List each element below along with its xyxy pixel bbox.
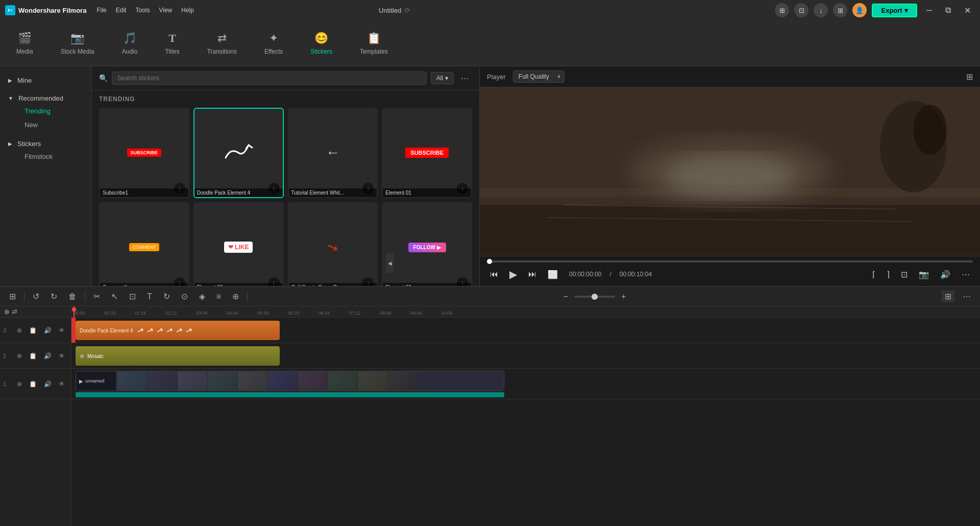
sticker-element20[interactable]: FOLLOW ▶ ↓ Element 20 Follow Element 20 [382, 202, 472, 286]
ruler-mark-11: 09:04 [410, 310, 422, 316]
sidebar-item-new[interactable]: New [8, 118, 83, 132]
track2-clip[interactable]: ⊕ Mosaic [76, 346, 280, 366]
add-track-button[interactable]: ⊕ [4, 308, 10, 316]
sticker-element02[interactable]: ❤ LIKE ↓ Element 02 [193, 202, 284, 286]
filter-button[interactable]: All ▾ [431, 72, 454, 84]
tab-audio[interactable]: 🎵 Audio [116, 29, 144, 58]
stop-button[interactable]: ⬜ [545, 268, 561, 281]
timeline-add-button[interactable]: ⊞ [6, 291, 19, 302]
tab-media[interactable]: 🎬 Media [10, 29, 39, 58]
timeline-redo-button[interactable]: ↻ [47, 291, 60, 302]
tab-stock-media[interactable]: 📷 Stock Media [55, 29, 101, 58]
account-icon[interactable]: 👤 [852, 3, 867, 17]
track1-visibility-button[interactable]: 👁 [57, 380, 66, 388]
tab-templates[interactable]: 📋 Templates [354, 29, 394, 58]
timeline-rotate-button[interactable]: ↻ [160, 291, 173, 302]
track2-copy-button[interactable]: 📋 [28, 352, 38, 360]
sidebar-stickers-header[interactable]: ▶ Stickers [8, 138, 83, 150]
layout-icon[interactable]: ⊞ [775, 3, 789, 17]
menu-edit[interactable]: Edit [116, 7, 127, 14]
snapshot-button[interactable]: 📷 [916, 268, 932, 281]
sticker-golf[interactable]: ➘ ↓ Golf Sports Game Pac... [288, 202, 378, 286]
tab-stock-label: Stock Media [61, 48, 94, 55]
mark-out-button[interactable]: ⌉ [884, 268, 893, 281]
timeline-audio-button[interactable]: ≡ [213, 291, 224, 302]
track1-clip[interactable]: ▶ unnamed [76, 371, 504, 391]
zoom-in-button[interactable]: + [618, 291, 629, 302]
mark-in-button[interactable]: ⌈ [869, 268, 878, 281]
download-icon[interactable]: ↓ [814, 3, 828, 17]
project-name: Untitled ⟳ [379, 6, 410, 14]
track2-add-button[interactable]: ⊕ [15, 352, 23, 360]
timeline-crop-button[interactable]: ⊡ [126, 291, 139, 302]
menu-tools[interactable]: Tools [135, 7, 150, 14]
track2-visibility-button[interactable]: 👁 [57, 352, 66, 360]
zoom-out-button[interactable]: − [560, 291, 571, 302]
expand-preview-button[interactable]: ⊞ [966, 72, 973, 82]
sticker-doodle4[interactable]: ↓ Doodle Pack Element 4 [193, 108, 284, 198]
track3-add-button[interactable]: ⊕ [15, 326, 23, 334]
tab-transitions[interactable]: ⇄ Transitions [201, 29, 243, 58]
tab-stickers[interactable]: 😊 Stickers [304, 29, 338, 58]
collapse-panel-button[interactable]: ◀ [386, 253, 394, 273]
track3-volume-button[interactable]: 🔊 [42, 326, 53, 334]
track1-add-button[interactable]: ⊕ [15, 380, 23, 388]
track-more-button[interactable]: ⋯ [960, 291, 974, 302]
element02-name: Element 02 [194, 283, 283, 286]
timeline-body: ⊕ ⇄ 3 ⊕ 📋 🔊 👁 2 ⊕ 📋 🔊 👁 1 ⊕ 📋 🔊 👁 [0, 306, 980, 526]
sticker-tutorial-white[interactable]: ← ↓ Tutorial Element Whit... [288, 108, 378, 198]
timeline-delete-button[interactable]: 🗑 [65, 291, 80, 302]
tab-effects[interactable]: ✦ Effects [258, 29, 289, 58]
tab-titles[interactable]: T Titles [159, 29, 185, 58]
quality-select[interactable]: Full Quality [513, 70, 565, 83]
track3-controls: 3 ⊕ 📋 🔊 👁 [0, 318, 71, 343]
sticker-comment1[interactable]: COMMENT ↓ Comment1 [99, 202, 189, 286]
sidebar-section-mine: ▶ Mine [0, 71, 91, 89]
track3-clip[interactable]: Doodle Pack Element 4 ↙ ↙ ↙ ↙ ↙ ↙ [76, 321, 280, 340]
timeline-speed-button[interactable]: ⊙ [178, 291, 191, 302]
minimize-button[interactable]: ─ [922, 5, 936, 16]
maximize-button[interactable]: ⧉ [941, 5, 955, 16]
play-button[interactable]: ▶ [506, 267, 520, 282]
fit-button[interactable]: ⊡ [898, 268, 911, 281]
menu-help[interactable]: Help [181, 7, 194, 14]
track-layout-button[interactable]: ⊞ [942, 291, 954, 302]
sticker-element01[interactable]: SUBSCRIBE ↓ Element 01 [382, 108, 472, 198]
close-button[interactable]: ✕ [960, 5, 975, 16]
menu-view[interactable]: View [159, 7, 172, 14]
more-ctrl-button[interactable]: ⋯ [959, 268, 973, 281]
preview-video [480, 87, 980, 256]
track1-copy-button[interactable]: 📋 [28, 380, 38, 388]
track2-volume-button[interactable]: 🔊 [42, 352, 53, 360]
sidebar-item-filmstock[interactable]: Filmstock [8, 150, 83, 163]
track3-copy-button[interactable]: 📋 [28, 326, 38, 334]
sidebar-recommended-header[interactable]: ▼ Recommended [8, 92, 83, 104]
track3-visibility-button[interactable]: 👁 [57, 326, 66, 334]
sync-button[interactable]: ⇄ [12, 308, 17, 316]
track1-volume-button[interactable]: 🔊 [42, 380, 53, 388]
prev-frame-button[interactable]: ⏮ [487, 268, 501, 280]
more-options-button[interactable]: ⋯ [458, 73, 472, 84]
next-frame-button[interactable]: ⏭ [525, 268, 540, 280]
grid-icon[interactable]: ⊞ [833, 3, 847, 17]
timeline-text-button[interactable]: T [144, 291, 155, 302]
timeline-undo-button[interactable]: ↺ [30, 291, 42, 302]
controls-right: ⌈ ⌉ ⊡ 📷 🔊 ⋯ [869, 268, 973, 281]
progress-bar[interactable] [487, 260, 973, 262]
sticker-subscribe1[interactable]: SUBSCRIBE ↓ Subscribe1 [99, 108, 189, 198]
zoom-slider[interactable] [574, 296, 615, 298]
snapshot-icon[interactable]: ⊡ [794, 3, 808, 17]
timeline-cut-button[interactable]: ✂ [90, 291, 103, 302]
timeline-motion-button[interactable]: ⊕ [229, 291, 242, 302]
svg-point-5 [663, 155, 796, 197]
volume-button[interactable]: 🔊 [937, 268, 953, 281]
timeline-select-button[interactable]: ↖ [108, 291, 121, 302]
menu-file[interactable]: File [96, 7, 106, 14]
sidebar-item-trending[interactable]: Trending [8, 104, 83, 118]
timeline-ruler[interactable]: 00:00 02:20 01:16 02:12 03:08 04:04 05:0… [71, 306, 980, 318]
timeline-color-button[interactable]: ◈ [196, 291, 208, 302]
search-input[interactable] [112, 71, 427, 85]
export-button[interactable]: Export ▾ [872, 4, 917, 17]
sidebar-mine-header[interactable]: ▶ Mine [8, 75, 83, 86]
video-placeholder [480, 87, 980, 256]
